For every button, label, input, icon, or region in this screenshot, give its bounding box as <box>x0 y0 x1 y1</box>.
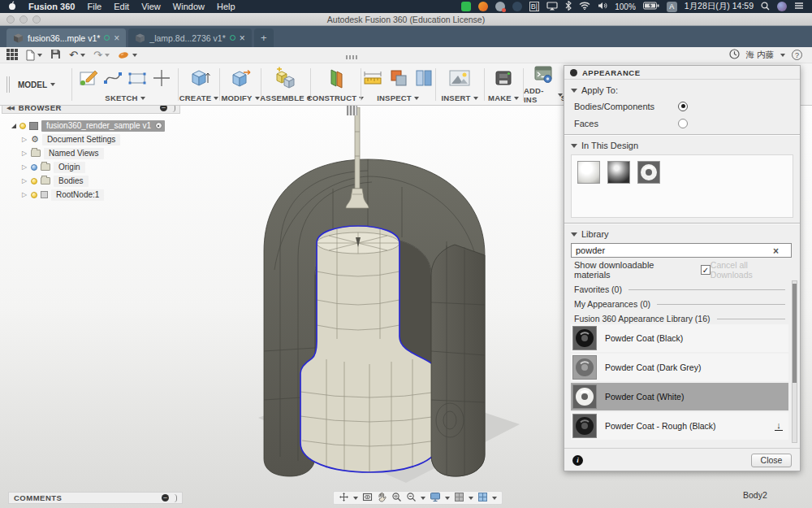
section-expand-icon[interactable] <box>571 144 577 148</box>
tree-row-named-views[interactable]: ▷ Named Views <box>11 146 187 160</box>
favorites-section[interactable]: Favorites (0) <box>564 282 800 297</box>
construct-icon[interactable] <box>324 67 347 91</box>
document-tab-inactive[interactable]: _lamp.8d...2736 v1* × <box>128 28 251 47</box>
zoom-window-button[interactable] <box>32 15 41 24</box>
comments-flyout-icon[interactable] <box>174 494 177 502</box>
make-dropdown[interactable]: MAKE <box>488 93 519 106</box>
tab-close-icon[interactable]: × <box>240 34 245 42</box>
job-status-clock-icon[interactable] <box>729 49 740 61</box>
modify-icon[interactable] <box>229 67 252 91</box>
search-clear-icon[interactable]: × <box>773 245 779 257</box>
visibility-bulb-icon[interactable] <box>31 192 37 198</box>
tree-row-rootnode[interactable]: ▷ RootNode:1 <box>11 188 187 202</box>
shade-front-leg[interactable] <box>431 245 485 476</box>
menubar-app-name[interactable]: Fusion 360 <box>28 2 75 11</box>
material-item-powder-darkgrey[interactable]: Powder Coat (Dark Grey) <box>571 354 788 381</box>
apply-to-bodies-row[interactable]: Bodies/Components <box>564 98 800 115</box>
design-swatch-metal[interactable] <box>607 161 630 184</box>
menu-window[interactable]: Window <box>173 2 205 11</box>
library-search-input[interactable] <box>571 243 792 258</box>
tree-row-origin[interactable]: ▷ Origin <box>11 160 187 174</box>
library-section-header[interactable]: Library <box>564 227 800 241</box>
assemble-icon[interactable] <box>274 67 298 91</box>
construct-dropdown[interactable]: CONSTRUCT <box>307 93 364 106</box>
save-button[interactable] <box>50 49 61 61</box>
design-swatch-matte-white[interactable] <box>577 161 600 184</box>
viewports-caret-icon[interactable] <box>492 497 497 500</box>
material-item-powder-black[interactable]: Powder Coat (Black) <box>571 324 788 352</box>
visibility-bulb-icon[interactable] <box>31 178 37 185</box>
file-menu-button[interactable] <box>26 50 42 61</box>
design-swatch-powder-white[interactable] <box>637 161 660 184</box>
undo-button[interactable]: ↶ <box>69 50 78 61</box>
modify-dropdown[interactable]: MODIFY <box>221 93 259 106</box>
apps-grid-icon[interactable] <box>6 49 18 62</box>
tree-row-root[interactable]: fusion360_render_sample v1 <box>11 119 187 132</box>
visibility-bulb-icon[interactable] <box>19 123 26 129</box>
toolbar-grip[interactable] <box>6 76 10 93</box>
menu-help[interactable]: Help <box>217 2 235 11</box>
bi-status-icon[interactable]: B| <box>529 2 539 11</box>
apply-to-faces-row[interactable]: Faces <box>564 115 800 132</box>
pan-hand-icon[interactable] <box>377 492 387 504</box>
disclosure-open-icon[interactable] <box>11 124 16 128</box>
help-button[interactable]: ? <box>792 50 802 60</box>
volume-icon[interactable] <box>598 2 607 11</box>
display-settings-caret-icon[interactable] <box>445 497 450 500</box>
orbit-caret-icon[interactable] <box>353 497 358 500</box>
tree-row-document-settings[interactable]: ▷ ⚙ Document Settings <box>11 132 187 146</box>
new-tab-button[interactable]: + <box>254 28 274 47</box>
close-window-button[interactable] <box>6 15 15 24</box>
section-expand-icon[interactable] <box>571 89 577 93</box>
tree-item-label[interactable]: Named Views <box>44 148 104 159</box>
minimize-window-button[interactable] <box>19 15 28 24</box>
menu-file[interactable]: File <box>87 2 102 11</box>
appearance-header[interactable]: APPEARANCE <box>564 66 800 80</box>
grid-settings-icon[interactable] <box>454 492 464 504</box>
zoom-icon[interactable] <box>406 492 417 504</box>
orbit-icon[interactable] <box>339 492 349 504</box>
viewports-icon[interactable] <box>477 492 488 504</box>
tree-row-bodies[interactable]: ▷ Bodies <box>11 174 187 188</box>
lamp-model[interactable] <box>203 107 544 501</box>
rectangle-sketch-icon[interactable] <box>127 68 147 89</box>
menu-edit[interactable]: Edit <box>114 2 129 11</box>
material-item-powder-rough-black[interactable]: Powder Coat - Rough (Black) ↓ <box>571 412 788 440</box>
user-menu-caret-icon[interactable] <box>780 54 785 57</box>
cloud-status-icon[interactable] <box>495 2 505 11</box>
section-analysis-icon[interactable] <box>414 67 434 90</box>
section-expand-icon[interactable] <box>571 232 577 237</box>
bluetooth-icon[interactable] <box>565 1 572 12</box>
siri-icon[interactable] <box>777 2 787 11</box>
insert-image-icon[interactable] <box>448 67 471 90</box>
bodies-components-radio[interactable] <box>678 102 688 111</box>
create-form-icon[interactable] <box>188 67 210 91</box>
insert-dropdown[interactable]: INSERT <box>441 93 477 106</box>
disclosure-closed-icon[interactable]: ▷ <box>21 191 28 198</box>
spline-icon[interactable] <box>103 68 123 89</box>
library-scrollbar-thumb[interactable] <box>793 284 797 383</box>
line-status-icon[interactable] <box>461 2 471 11</box>
apple-menu-icon[interactable] <box>8 1 16 12</box>
redo-button[interactable]: ↷ <box>93 50 102 61</box>
undo-caret-icon[interactable] <box>80 54 85 57</box>
tree-item-label[interactable]: Origin <box>54 162 85 173</box>
inspect-dropdown[interactable]: INSPECT <box>377 93 419 106</box>
activate-component-icon[interactable] <box>155 122 162 129</box>
in-this-design-header[interactable]: In This Design <box>564 138 800 153</box>
tab-close-icon[interactable]: × <box>114 34 119 42</box>
traffic-lights[interactable] <box>6 15 41 24</box>
workspace-selector[interactable]: MODEL <box>18 63 55 106</box>
create-dropdown[interactable]: CREATE <box>179 93 219 106</box>
addins-script-icon[interactable] <box>533 63 554 86</box>
zoom-caret-icon[interactable] <box>421 497 425 500</box>
tree-item-label[interactable]: RootNode:1 <box>51 189 104 201</box>
close-button[interactable]: Close <box>751 454 792 467</box>
faces-radio[interactable] <box>678 119 688 128</box>
user-name[interactable]: 海 内藤 <box>746 50 774 61</box>
disclosure-closed-icon[interactable]: ▷ <box>21 163 28 171</box>
library-scrollbar[interactable] <box>792 280 797 443</box>
download-material-icon[interactable]: ↓ <box>774 422 784 431</box>
comments-bar[interactable]: COMMENTS – <box>8 492 183 504</box>
redo-caret-icon[interactable] <box>105 54 110 57</box>
